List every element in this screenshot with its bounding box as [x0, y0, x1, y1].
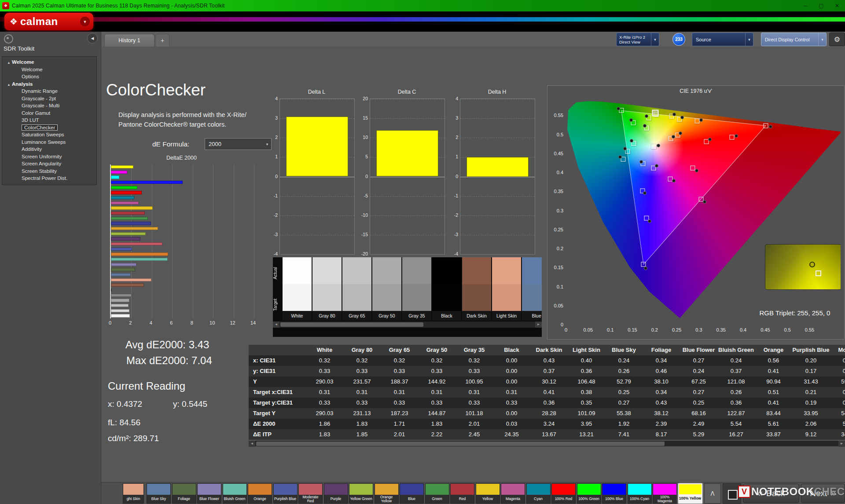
patch-blue-flower[interactable]: Blue Flower [197, 483, 221, 504]
patch-label: 100% Green [577, 495, 601, 503]
toolbar-expand-button[interactable]: ᐱ [704, 483, 721, 504]
measured-dot-marker [657, 144, 660, 147]
scroll-right-icon[interactable]: ► [535, 321, 542, 328]
table-cell: 13.67 [530, 429, 568, 440]
back-button[interactable]: « Back [743, 484, 799, 503]
meter-selector[interactable]: X-Rite i1Pro 2 Direct View ▾ [616, 33, 659, 46]
toolbar-pattern-button[interactable] [723, 483, 741, 504]
table-cell: 0.33 [456, 398, 493, 408]
patch-red[interactable]: Red [450, 483, 474, 504]
expand-caret-icon[interactable]: ▴ [8, 83, 10, 87]
patch-orange-yellow[interactable]: Orange Yellow [375, 483, 399, 504]
patch-magenta[interactable]: Magenta [501, 483, 525, 504]
table-scrollbar[interactable]: ◄ ► [249, 441, 845, 446]
patch-bluish-green[interactable]: Bluish Green [223, 483, 247, 504]
scroll-right-icon[interactable]: ► [838, 441, 845, 447]
patch-yellow-green[interactable]: Yellow Green [349, 483, 373, 504]
table-row: Target x:CIE310.310.310.310.310.310.310.… [249, 387, 845, 398]
sidebar-title: SDR Toolkit [4, 45, 34, 52]
sidebar-item-spectral-power-dist[interactable]: Spectral Power Dist. [2, 175, 96, 182]
table-cell: 2.01 [381, 429, 418, 440]
patch-100-green[interactable]: 100% Green [577, 483, 601, 504]
patch-label: 100% Yellow [679, 494, 702, 503]
sidebar-item-color-gamut[interactable]: Color Gamut [2, 110, 96, 117]
sidebar-item-screen-angularity[interactable]: Screen Angularity [2, 160, 96, 168]
patch-100-yellow[interactable]: 100% Yellow [678, 483, 702, 504]
display-control-selector[interactable]: Direct Display Control ▾ [761, 33, 827, 46]
strip-scroll-track[interactable] [279, 321, 535, 328]
table-scroll-thumb[interactable] [256, 442, 665, 446]
patch-purplish-blue[interactable]: Purplish Blue [273, 483, 298, 504]
scroll-left-icon[interactable]: ◄ [273, 321, 279, 328]
strip-scrollbar[interactable]: ◄ ► [273, 321, 542, 328]
patch-blue-sky[interactable]: Blue Sky [147, 483, 171, 504]
sidebar-item-additivity[interactable]: Additivity [2, 146, 96, 153]
scroll-left-icon[interactable]: ◄ [249, 441, 255, 447]
chevron-down-icon[interactable]: ▾ [745, 33, 753, 46]
sidebar-item-saturation-sweeps[interactable]: Saturation Sweeps [2, 131, 96, 139]
patch-orange[interactable]: Orange [248, 483, 272, 504]
axis-tick-label: -3 [447, 232, 458, 237]
patch-toolbar: ght SkinBlue SkyFoliageBlue FlowerBluish… [101, 482, 845, 504]
sidebar-item-grayscale-2pt[interactable]: Grayscale - 2pt [2, 95, 96, 102]
sidebar-item-3d-lut[interactable]: 3D LUT [2, 117, 96, 124]
sidebar-item-screen-uniformity[interactable]: Screen Uniformity [2, 153, 96, 161]
patch-green[interactable]: Green [425, 483, 449, 504]
table-scroll-track[interactable] [255, 441, 838, 446]
sidebar-item-grayscale-multi[interactable]: Grayscale - Multi [2, 102, 96, 110]
tab-history-1[interactable]: History 1 [104, 34, 154, 47]
sidebar-item-dynamic-range[interactable]: Dynamic Range [2, 88, 96, 95]
patch-label: Red [451, 495, 474, 503]
patch-purple[interactable]: Purple [324, 483, 348, 504]
de-formula-dropdown[interactable]: 2000 ▾ [205, 138, 272, 150]
source-selector[interactable]: Source ▾ [692, 33, 753, 46]
minimize-button[interactable]: ─ [797, 0, 813, 11]
meter-count-badge[interactable]: 233 [672, 33, 685, 46]
patch-ght-skin[interactable]: ght Skin [123, 483, 144, 504]
patch-100-red[interactable]: 100% Red [551, 483, 576, 504]
patch-foliage[interactable]: Foliage [172, 483, 196, 504]
patch-100-magenta[interactable]: 100% Magenta [653, 483, 677, 504]
sidebar-collapse-button[interactable]: ◀ [87, 33, 98, 44]
sidebar-item-colorchecker[interactable]: ColorChecker [2, 124, 96, 131]
row-label: y: CIE31 [249, 366, 306, 376]
sidebar-item-screen-stability[interactable]: Screen Stability [2, 168, 96, 175]
column-header-gray-35: Gray 35 [456, 345, 493, 355]
home-icon[interactable] [4, 34, 13, 44]
table-cell: 231.13 [343, 408, 381, 419]
settings-gear-button[interactable]: ⚙ [829, 33, 845, 46]
swatch-label: Dark Skin [462, 311, 491, 321]
close-button[interactable]: ✕ [829, 0, 845, 11]
next-button[interactable]: Next » [801, 484, 845, 503]
gridline [370, 177, 445, 177]
de-bar-magenta [111, 201, 139, 205]
patch-cyan[interactable]: Cyan [526, 483, 551, 504]
sidebar-item-welcome[interactable]: Welcome [2, 66, 96, 73]
chevron-down-icon[interactable]: ▾ [651, 33, 659, 46]
sidebar-item-analysis[interactable]: ▴Analysis [2, 80, 96, 88]
sidebar-item-welcome[interactable]: ▴Welcome [2, 58, 96, 66]
table-cell: 0.00 [493, 376, 530, 387]
sidebar-item-options[interactable]: Options [2, 73, 96, 80]
calman-logo-button[interactable]: ❖ calman ▾ [4, 13, 93, 30]
expand-caret-icon[interactable]: ▴ [8, 61, 10, 65]
patch-moderate-red[interactable]: Moderate Red [298, 483, 323, 504]
axis-tick-label: 0.2 [547, 246, 563, 251]
cie-plot: RGB Triplet: 255, 255, 0 [566, 96, 841, 325]
target-swatch [312, 284, 342, 311]
patch-100-blue[interactable]: 100% Blue [602, 483, 626, 504]
axis-tick-label: 0.35 [547, 189, 563, 194]
patch-100-cyan[interactable]: 100% Cyan [628, 483, 652, 504]
strip-scroll-thumb[interactable] [280, 322, 423, 327]
chevron-down-icon[interactable]: ▾ [818, 33, 826, 46]
sidebar-item-luminance-sweeps[interactable]: Luminance Sweeps [2, 139, 96, 146]
patch-yellow[interactable]: Yellow [476, 483, 500, 504]
add-tab-button[interactable]: + [155, 34, 169, 47]
table-cell: 1.83 [418, 419, 456, 429]
logo-menu-chevron-icon[interactable]: ▾ [80, 17, 90, 26]
table-cell: 0.33 [493, 398, 530, 408]
maximize-button[interactable]: ▢ [813, 0, 829, 11]
patch-blue[interactable]: Blue [400, 483, 424, 504]
table-cell: 0.34 [643, 355, 680, 366]
table-row: Target Y290.03231.13187.23144.87101.180.… [249, 408, 845, 419]
